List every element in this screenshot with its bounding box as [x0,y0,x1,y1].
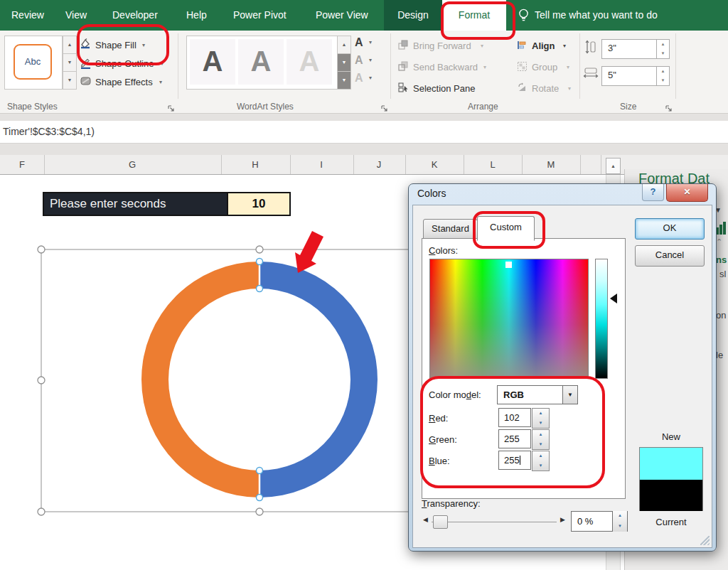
seconds-value-cell[interactable]: 10 [227,193,289,215]
transparency-spinner[interactable]: ▲▼ [612,511,627,532]
transparency-value: 0 % [577,512,593,531]
shape-height-value: 3" [608,40,616,57]
column-header-l[interactable]: L [490,155,495,174]
column-header-g[interactable]: G [129,155,136,174]
cancel-button[interactable]: Cancel [635,245,705,267]
bring-forward-button[interactable]: Bring Forward [413,41,471,51]
bring-forward-icon [398,40,409,53]
gallery-more-icon[interactable]: ▼ [63,72,76,89]
wordart-style-1[interactable]: A [190,39,235,85]
send-backward-button[interactable]: Send Backward [413,62,478,72]
tell-me-box[interactable]: Tell me what you want to do [535,0,658,31]
tab-design[interactable]: Design [384,0,442,31]
formula-text[interactable]: Timer'!$C$3:$C$4,1) [3,121,95,143]
pane-fragment-3: on [716,310,726,321]
tab-power-pivot[interactable]: Power Pivot [233,0,287,31]
wordart-gallery-scroll: ▲ ▼ ▼ [337,36,351,90]
shape-effects-button[interactable]: Shape Effects [95,77,153,87]
formula-gap [0,144,728,155]
column-header-j[interactable]: J [377,155,382,174]
dialog-close-button[interactable]: ✕ [666,184,708,202]
slider-right-icon[interactable]: ▶ [560,516,565,523]
shape-style-gallery[interactable]: Abc [4,36,63,90]
group-divider [390,33,391,99]
shape-height-field[interactable]: 3" ▲▼ [601,39,670,59]
dialog-resize-grip[interactable] [700,536,710,545]
tab-power-view[interactable]: Power View [316,0,368,31]
spectrum-marker[interactable] [505,262,512,268]
rotate-icon [517,82,528,96]
align-button[interactable]: Align [532,41,555,51]
shape-height-spinner[interactable]: ▲▼ [656,40,669,58]
selection-pane-icon [398,82,409,96]
color-spectrum-picker[interactable] [429,259,589,379]
new-color-label: New [639,431,703,442]
transparency-label: Transparency: [422,498,481,509]
slider-track[interactable] [432,522,557,522]
shape-style-preview[interactable]: Abc [14,44,52,80]
gallery-scroll-up-icon[interactable]: ▲ [63,36,76,54]
wordart-scroll-up-icon[interactable]: ▲ [338,36,350,54]
align-icon [517,40,528,53]
group-divider [675,33,676,99]
shape-effects-dropdown-icon[interactable]: ▾ [159,79,162,85]
tab-help[interactable]: Help [186,0,207,31]
wordart-dialog-launcher-icon[interactable] [381,102,388,115]
shape-width-spinner[interactable]: ▲▼ [656,67,669,85]
shape-width-field[interactable]: 5" ▲▼ [601,66,670,86]
text-fill-button[interactable]: A [355,36,363,49]
slider-thumb[interactable] [433,515,448,529]
ok-button[interactable]: OK [635,218,705,240]
text-fill-dropdown-icon[interactable]: ▾ [369,39,372,45]
text-effects-dropdown-icon[interactable]: ▾ [369,75,372,81]
column-headers: F G H I J K L M ▲ [0,155,728,175]
column-header-i[interactable]: I [320,155,323,174]
column-header-f[interactable]: F [19,155,25,174]
gallery-scroll-down-icon[interactable]: ▼ [63,54,76,72]
selection-pane-button[interactable]: Selection Pane [413,83,475,94]
slider-left-icon[interactable]: ◀ [423,516,428,523]
tab-standard[interactable]: Standard [423,219,478,240]
dialog-client-area: Standard Custom Colors: Color model: RGB… [412,205,712,548]
wordart-group-label: WordArt Styles [237,102,294,112]
size-dialog-launcher-icon[interactable] [665,102,673,115]
column-header-m[interactable]: M [547,155,555,174]
align-dropdown-icon[interactable]: ▾ [563,43,566,49]
spin-up-icon[interactable]: ▲ [657,67,669,76]
annotation-circle-shape-fill [77,24,169,65]
luminance-slider[interactable] [595,259,608,379]
pane-chevron-icon[interactable]: ⌃ [716,237,722,247]
spin-up-icon[interactable]: ▲ [657,40,669,49]
wordart-style-3[interactable]: A [287,39,332,85]
column-header-h[interactable]: H [252,155,258,174]
text-effects-button[interactable]: A [355,72,363,85]
text-outline-dropdown-icon[interactable]: ▾ [369,57,372,63]
group-dropdown-icon[interactable]: ▾ [567,64,569,70]
shape-styles-group-label: Shape Styles [7,102,58,112]
colors-spectrum-label: Colors: [429,245,458,256]
text-outline-button[interactable]: A [355,54,363,67]
luminance-marker-icon[interactable] [610,294,617,303]
group-button[interactable]: Group [532,62,557,72]
wordart-style-2[interactable]: A [238,39,284,85]
rotate-button[interactable]: Rotate [532,83,559,94]
send-backward-dropdown-icon[interactable]: ▾ [483,64,486,70]
transparency-input[interactable]: 0 % ▲▼ [571,511,628,532]
shape-width-icon [583,67,599,82]
dialog-help-button[interactable]: ? [642,184,664,201]
spin-down-icon[interactable]: ▼ [657,49,669,58]
column-header-k[interactable]: K [432,155,438,174]
wordart-gallery[interactable]: A A A [186,36,338,90]
send-backward-icon [398,61,409,75]
bring-forward-dropdown-icon[interactable]: ▾ [481,43,483,49]
rotate-dropdown-icon[interactable]: ▾ [568,85,571,92]
formula-bar[interactable]: Timer'!$C$3:$C$4,1) [0,121,728,144]
wordart-scroll-down-icon[interactable]: ▼ [338,54,350,72]
shape-styles-dialog-launcher-icon[interactable] [168,102,175,115]
tab-review[interactable]: Review [11,0,44,31]
prompt-label-cell[interactable]: Please enter seconds [44,193,227,215]
wordart-more-icon[interactable]: ▼ [338,72,350,89]
spin-down-icon[interactable]: ▼ [657,76,669,85]
scroll-up-button[interactable]: ▲ [606,158,621,174]
transparency-slider[interactable]: ◀ ▶ [422,514,567,529]
